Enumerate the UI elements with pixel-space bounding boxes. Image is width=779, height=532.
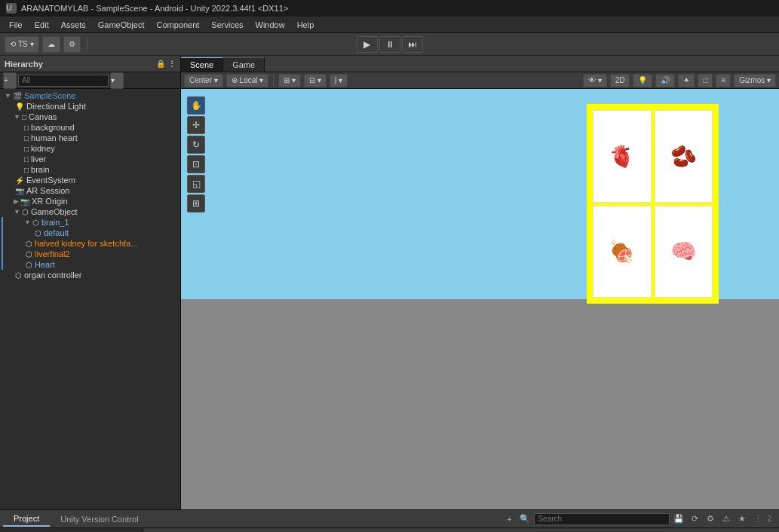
menu-services[interactable]: Services <box>205 19 249 31</box>
fx-btn[interactable]: ✦ <box>678 74 695 87</box>
hier-item-background[interactable]: □ background <box>0 122 180 133</box>
hierarchy-more-icon[interactable]: ⋮ <box>168 60 176 68</box>
hierarchy-panel: Hierarchy 🔒 ⋮ + ▾ ▼ 🎬 SampleScene <box>0 56 181 509</box>
tool-transform[interactable]: ⊞ <box>187 194 205 212</box>
hierarchy-add-button[interactable]: + <box>3 72 17 89</box>
hier-arrow-canvas[interactable]: ▼ <box>14 113 20 121</box>
gizmo-btn[interactable]: ⊞ ▾ <box>278 74 301 87</box>
2d-btn[interactable]: 2D <box>610 74 630 87</box>
hier-item-organ-controller[interactable]: ⬡ organ controller <box>0 270 180 280</box>
light-btn[interactable]: 💡 <box>633 74 652 87</box>
hierarchy-search[interactable] <box>18 75 109 87</box>
play-button[interactable]: ▶ <box>357 36 378 53</box>
hier-arrow-go[interactable]: ▼ <box>14 208 20 216</box>
sync-icon[interactable]: ⟳ <box>688 512 701 526</box>
search-icon[interactable]: 🔍 <box>518 512 532 526</box>
hierarchy-filter-button[interactable]: ▾ <box>110 72 124 89</box>
tool-hand[interactable]: ✋ <box>187 96 205 115</box>
stats-btn[interactable]: ≡ <box>716 74 731 87</box>
center-dropdown[interactable]: Center ▾ <box>184 74 223 87</box>
hierarchy-lock-icon[interactable]: 🔒 <box>156 60 165 68</box>
hidden-btn[interactable]: □ <box>698 74 713 87</box>
window-title: ARANATOMYLAB - SampleScene - Android - U… <box>21 4 288 13</box>
menu-window[interactable]: Window <box>250 19 291 31</box>
settings-button[interactable]: ⚙ <box>63 36 81 53</box>
tab-scene[interactable]: Scene <box>181 57 223 72</box>
hier-item-xr-origin[interactable]: ▶ 📷 XR Origin <box>0 196 180 206</box>
hier-item-ar-session[interactable]: 📷 AR Session <box>0 185 180 196</box>
tool-rect[interactable]: ◱ <box>187 175 205 193</box>
menu-component[interactable]: Component <box>150 19 205 31</box>
hier-item-halved-kidney[interactable]: ⬡ halved kidney for sketchfa... <box>2 238 180 249</box>
warning-icon[interactable]: ⚠ <box>719 512 733 526</box>
hier-item-brain[interactable]: □ brain <box>0 164 180 175</box>
hier-label-xr-origin: XR Origin <box>32 197 68 206</box>
hier-arrow-xro[interactable]: ▶ <box>14 197 19 205</box>
hier-item-default[interactable]: ⬡ default <box>2 228 180 238</box>
menu-edit[interactable]: Edit <box>29 19 55 31</box>
ts-dropdown[interactable]: ⟲ TS ▾ <box>5 36 39 53</box>
project-search[interactable] <box>534 513 670 525</box>
audio-btn[interactable]: 🔊 <box>655 74 675 87</box>
menu-gameobject[interactable]: GameObject <box>92 19 151 31</box>
hier-item-liverfinal2[interactable]: ⬡ liverfinal2 <box>2 249 180 259</box>
brain-card: 🧠 <box>655 206 713 298</box>
hier-label-directional-light: Directional Light <box>26 102 86 111</box>
hier-label-heart: Heart <box>35 260 55 269</box>
add-icon[interactable]: + <box>502 512 516 526</box>
hier-arrow-samplescene[interactable]: ▼ <box>5 92 11 99</box>
file-content: Packages ▶ Google ARCore XR Plugin ▶ Edi… <box>143 528 779 532</box>
hierarchy-title-area: Hierarchy <box>5 60 43 69</box>
bottom-content: ▶ 📁 Scenes ▼ 📂 TextMesh Pro 📁 Documentat… <box>0 528 779 532</box>
hier-item-canvas[interactable]: ▼ □ Canvas <box>0 112 180 122</box>
star-icon[interactable]: ★ <box>735 512 749 526</box>
tool-move[interactable]: ✛ <box>187 116 205 134</box>
hier-label-liver: liver <box>31 154 46 164</box>
hier-label-organ-controller: organ controller <box>24 271 81 280</box>
hier-arrow-b1[interactable]: ▼ <box>24 219 31 226</box>
heart-card: 🫀 <box>593 110 652 203</box>
scene-viewport[interactable]: ✋ ✛ ↻ ⊡ ◱ ⊞ 🫀 🫘 🍖 🧠 <box>181 89 779 509</box>
local-dropdown[interactable]: ⊕ Local ▾ <box>226 74 268 87</box>
menu-help[interactable]: Help <box>291 19 320 31</box>
gizmos-btn2[interactable]: Gizmos ▾ <box>734 74 776 87</box>
hier-icon-xro: 📷 <box>20 197 29 206</box>
scene-tab-bar: Scene Game <box>181 56 779 72</box>
hier-item-samplescene[interactable]: ▼ 🎬 SampleScene <box>0 90 180 101</box>
hier-label-samplescene: SampleScene <box>24 91 76 100</box>
hier-item-gameobject[interactable]: ▼ ⬡ GameObject <box>0 206 180 217</box>
pause-button[interactable]: ⏸ <box>379 36 400 53</box>
grid-btn[interactable]: ⊟ ▾ <box>304 74 327 87</box>
snap-btn[interactable]: | ▾ <box>330 74 348 87</box>
hier-item-liver[interactable]: □ liver <box>0 154 180 164</box>
hier-item-eventsystem[interactable]: ⚡ EventSystem <box>0 175 180 185</box>
step-button[interactable]: ⏭ <box>402 36 423 53</box>
tab-game[interactable]: Game <box>223 57 265 72</box>
menu-assets[interactable]: Assets <box>55 19 92 31</box>
save-icon[interactable]: 💾 <box>672 512 685 526</box>
menu-file[interactable]: File <box>3 19 29 31</box>
hier-label-halved-kidney: halved kidney for sketchfa... <box>35 239 137 248</box>
hier-item-brain1[interactable]: ▼ ⬡ brain_1 <box>2 217 180 228</box>
tab-project[interactable]: Project <box>3 512 50 527</box>
hier-icon-def: ⬡ <box>35 229 41 237</box>
hier-icon-kidney: □ <box>24 145 29 153</box>
hier-item-heart[interactable]: ⬡ Heart <box>2 259 180 270</box>
hier-icon-canvas: □ <box>22 113 26 121</box>
hier-label-brain: brain <box>31 165 49 174</box>
ts-text: TS <box>18 40 28 48</box>
more-icon2[interactable]: ⋮ <box>751 512 765 526</box>
hier-label-default: default <box>44 228 69 237</box>
hier-item-directional-light[interactable]: 💡 Directional Light <box>0 101 180 112</box>
cloud-button[interactable]: ☁ <box>42 36 60 53</box>
tab-version-control[interactable]: Unity Version Control <box>50 512 149 526</box>
settings-icon[interactable]: ⚙ <box>704 512 717 526</box>
tool-scale[interactable]: ⊡ <box>187 155 205 173</box>
hier-label-liverfinal2: liverfinal2 <box>35 249 69 258</box>
hier-item-human-heart[interactable]: □ human heart <box>0 133 180 143</box>
tool-rotate[interactable]: ↻ <box>187 136 205 154</box>
perspective-btn[interactable]: 👁 ▾ <box>583 74 607 87</box>
hier-item-kidney[interactable]: □ kidney <box>0 143 180 154</box>
hier-label-eventsystem: EventSystem <box>26 176 75 185</box>
hierarchy-list: ▼ 🎬 SampleScene 💡 Directional Light ▼ □ … <box>0 89 180 509</box>
